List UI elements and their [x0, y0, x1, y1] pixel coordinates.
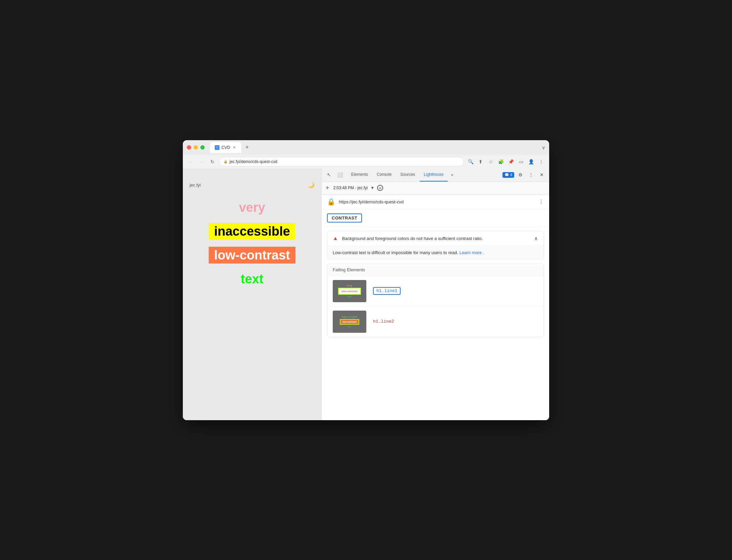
audit-dropdown-icon[interactable]: ▼: [370, 186, 374, 190]
minimize-button[interactable]: [194, 145, 198, 150]
address-actions: 🔍 ⬆ ☆ 🧩 📌 ▭ 👤 ⋮: [466, 158, 545, 166]
warning-header: ▲ Background and foreground colors do no…: [327, 231, 543, 246]
search-icon[interactable]: 🔍: [466, 158, 475, 166]
devtools-more-icon[interactable]: ⋮: [526, 170, 536, 179]
address-bar: ← → ↻ 🔒 jec.fyi/demo/cds-quest-cvd 🔍 ⬆ ☆…: [183, 155, 549, 168]
tab-title: CVD: [221, 145, 230, 150]
forward-button[interactable]: →: [198, 158, 206, 166]
tab-expand-icon[interactable]: ∨: [542, 145, 545, 150]
warning-collapse-button[interactable]: ∧: [534, 235, 538, 242]
failing-element-label-1[interactable]: h1.line1: [373, 287, 401, 295]
text-low-contrast: low-contrast: [209, 248, 295, 263]
failing-item: very low-contrast text h1.line1: [327, 276, 543, 307]
reload-button[interactable]: ↻: [208, 158, 216, 166]
failing-element-label-2[interactable]: h1.line2: [373, 319, 394, 324]
warning-description: Low-contrast text is difficult or imposs…: [327, 246, 543, 259]
more-icon[interactable]: ⋮: [537, 158, 545, 166]
failing-elements-header: Failing Elements: [327, 264, 543, 276]
text-text: text: [237, 272, 268, 286]
moon-icon[interactable]: 🌙: [308, 182, 315, 188]
devtools-tabs: Elements Console Sources Lighthouse »: [347, 168, 456, 182]
url-bar[interactable]: 🔒 jec.fyi/demo/cds-quest-cvd: [219, 157, 464, 166]
report-url-text: https://jec.fyi/demo/cds-quest-cvd: [339, 199, 535, 204]
extensions-icon[interactable]: 🧩: [497, 158, 505, 166]
audit-content: ▲ Background and foreground colors do no…: [322, 227, 549, 420]
bookmark-icon[interactable]: ☆: [487, 158, 495, 166]
sidebar-icon[interactable]: ▭: [517, 158, 525, 166]
report-url-row: 🔒 https://jec.fyi/demo/cds-quest-cvd ⋮: [322, 195, 549, 209]
settings-icon[interactable]: ⚙: [516, 170, 525, 179]
close-button[interactable]: [187, 145, 191, 150]
tab-elements[interactable]: Elements: [347, 168, 372, 182]
devtools-toolbar: ↖ ⬜ Elements Console Sources Lighthouse: [322, 168, 549, 182]
url-text: jec.fyi/demo/cds-quest-cvd: [230, 159, 277, 164]
browser-window: C CVD ✕ + ∨ ← → ↻ 🔒 jec.fyi/demo/cds-que…: [183, 140, 549, 420]
warning-message: Background and foreground colors do not …: [342, 236, 530, 241]
devtools-panel: ↖ ⬜ Elements Console Sources Lighthouse: [321, 168, 549, 420]
audit-bar: + 2:03:48 PM - jec.fyi ▼ ⊘: [322, 182, 549, 195]
title-bar: C CVD ✕ + ∨: [183, 140, 549, 155]
responsive-tool-icon[interactable]: ⬜: [335, 170, 344, 179]
lock-icon: 🔒: [223, 160, 228, 163]
audit-warning-box: ▲ Background and foreground colors do no…: [327, 231, 544, 259]
new-tab-button[interactable]: +: [243, 143, 251, 152]
text-inaccessible: inaccessible: [209, 224, 295, 239]
audit-timestamp: 2:03:48 PM - jec.fyi: [333, 186, 368, 190]
main-content: jec.fyi 🌙 very inaccessible low-contrast…: [183, 168, 549, 420]
tab-sources[interactable]: Sources: [396, 168, 419, 182]
back-button[interactable]: ←: [187, 158, 195, 166]
failing-elements-section: Failing Elements very low-contrast text …: [327, 264, 544, 337]
tab-close-button[interactable]: ✕: [232, 145, 237, 150]
more-tabs-button[interactable]: »: [448, 171, 456, 178]
maximize-button[interactable]: [200, 145, 205, 150]
warning-triangle-icon: ▲: [333, 235, 338, 241]
profile-icon[interactable]: 👤: [527, 158, 535, 166]
cursor-tool-icon[interactable]: ↖: [324, 170, 334, 179]
failing-thumbnail-2: inaccessible low-contrast text: [333, 311, 366, 333]
chat-badge[interactable]: 💬 4: [502, 172, 514, 178]
failing-item: inaccessible low-contrast text h1.line2: [327, 307, 543, 337]
tab-favicon: C: [215, 145, 219, 150]
tab-bar: C CVD ✕ +: [210, 142, 539, 153]
browser-tab[interactable]: C CVD ✕: [210, 142, 241, 153]
learn-more-link[interactable]: Learn more: [459, 250, 483, 255]
tab-console[interactable]: Console: [373, 168, 396, 182]
page-content: jec.fyi 🌙 very inaccessible low-contrast…: [183, 168, 321, 420]
audit-add-button[interactable]: +: [326, 185, 329, 192]
tab-lighthouse[interactable]: Lighthouse: [420, 168, 448, 182]
traffic-lights: [187, 145, 205, 150]
puzzle-icon[interactable]: 📌: [507, 158, 515, 166]
contrast-badge-row: CONTRAST: [322, 209, 549, 227]
devtools-close-icon[interactable]: ✕: [537, 170, 546, 179]
contrast-badge[interactable]: CONTRAST: [327, 213, 362, 223]
report-more-icon[interactable]: ⋮: [538, 199, 544, 205]
failing-thumbnail-1: very low-contrast text: [333, 280, 366, 302]
audit-block-icon[interactable]: ⊘: [377, 185, 383, 191]
report-lock-icon: 🔒: [327, 198, 335, 206]
share-icon[interactable]: ⬆: [477, 158, 485, 166]
site-name: jec.fyi: [190, 183, 201, 188]
text-very: very: [239, 200, 265, 215]
devtools-right-actions: 💬 4 ⚙ ⋮ ✕: [502, 170, 546, 179]
